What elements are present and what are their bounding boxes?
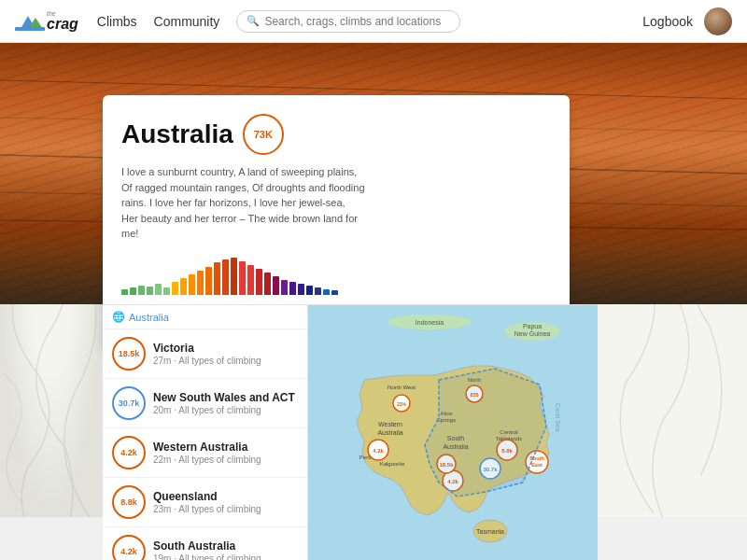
histogram-bar: [205, 267, 212, 295]
svg-text:Coral Sea: Coral Sea: [555, 402, 561, 431]
area-meta: 22m · All types of climbing: [153, 455, 298, 465]
area-count-circle: 30.7k: [112, 386, 146, 420]
area-list-item[interactable]: 30.7kNew South Wales and ACT20m · All ty…: [103, 379, 307, 428]
country-title-row: Australia 73K: [121, 114, 551, 155]
svg-text:22%: 22%: [397, 401, 407, 407]
histogram-bar: [130, 287, 136, 295]
area-count-circle: 18.5k: [112, 337, 146, 371]
histogram-bar: [256, 269, 262, 295]
svg-rect-2: [15, 27, 45, 31]
navbar: the crag Climbs Community 🔍 Logbook: [0, 0, 747, 43]
svg-text:Australia: Australia: [377, 429, 402, 436]
area-name: New South Wales and ACT: [153, 391, 298, 404]
logbook-link[interactable]: Logbook: [642, 14, 693, 29]
histogram-bar: [180, 278, 187, 295]
search-icon: 🔍: [247, 15, 260, 27]
area-count-circle: 4.2k: [112, 535, 146, 560]
avatar[interactable]: [704, 7, 732, 35]
area-list-item[interactable]: 4.2kWestern Australia22m · All types of …: [103, 428, 307, 478]
nav-community[interactable]: Community: [154, 14, 220, 29]
area-meta: 20m · All types of climbing: [153, 405, 298, 415]
country-title: Australia: [121, 119, 233, 149]
histogram-bar: [121, 289, 128, 295]
area-count-circle: 8.8k: [112, 485, 146, 519]
globe-icon: 🌐: [112, 311, 125, 323]
search-input[interactable]: [264, 15, 450, 28]
svg-text:4.2k: 4.2k: [373, 448, 384, 454]
histogram-bar: [155, 284, 162, 295]
histogram-bar: [315, 287, 321, 295]
histogram-bar: [163, 287, 170, 295]
histogram-bar: [138, 286, 145, 295]
nav-climbs[interactable]: Climbs: [97, 14, 137, 29]
nav-right: Logbook: [642, 7, 732, 35]
svg-text:Tasmania: Tasmania: [476, 528, 504, 535]
svg-text:Papua: Papua: [523, 323, 542, 330]
svg-text:North West: North West: [388, 385, 416, 390]
histogram-bar: [298, 284, 304, 295]
histogram-bar: [214, 262, 220, 295]
histogram-bar: [197, 271, 204, 295]
grade-histogram: [121, 253, 551, 295]
histogram-bar: [273, 276, 279, 295]
breadcrumb: 🌐 Australia: [103, 305, 307, 329]
area-name: Queensland: [153, 490, 298, 503]
histogram-bar: [172, 282, 178, 295]
country-description: I love a sunburnt country, A land of swe…: [121, 164, 551, 242]
count-badge: 73K: [243, 114, 284, 155]
histogram-bar: [331, 290, 338, 295]
area-name: Western Australia: [153, 441, 298, 454]
area-meta: 27m · All types of climbing: [153, 356, 298, 366]
map-panel: Indonesia Papua New Guinea Western Austr…: [308, 304, 598, 560]
areas-list: 18.5kVictoria27m · All types of climbing…: [103, 329, 307, 560]
svg-text:Indonesia: Indonesia: [416, 319, 444, 326]
histogram-bar: [147, 287, 153, 295]
histogram-bar: [264, 273, 271, 295]
histogram-bar: [323, 289, 330, 295]
histogram-bar: [239, 261, 246, 295]
area-meta: 23m · All types of climbing: [153, 504, 298, 514]
svg-text:East: East: [531, 462, 543, 468]
histogram-bar: [289, 282, 296, 295]
histogram-bar: [306, 286, 313, 295]
logo[interactable]: the crag: [15, 10, 78, 33]
breadcrumb-text[interactable]: Australia: [129, 312, 169, 323]
logo-wordmark: crag: [47, 17, 78, 32]
histogram-bar: [189, 274, 195, 295]
area-name: South Australia: [153, 539, 298, 553]
svg-text:Western: Western: [378, 421, 402, 427]
area-name: Victoria: [153, 342, 298, 355]
areas-panel: 🌐 Australia 18.5kVictoria27m · All types…: [103, 304, 308, 560]
histogram-bar: [247, 265, 254, 295]
svg-text:Kalgoorlie: Kalgoorlie: [380, 461, 405, 467]
area-list-item[interactable]: 4.2kSouth Australia19m · All types of cl…: [103, 527, 307, 560]
search-box[interactable]: 🔍: [236, 10, 460, 33]
histogram-bar: [231, 258, 237, 295]
area-list-item[interactable]: 18.5kVictoria27m · All types of climbing: [103, 329, 307, 379]
svg-text:New Guinea: New Guinea: [514, 330, 551, 337]
histogram-bar: [222, 259, 229, 295]
area-meta: 19m · All types of climbing: [153, 553, 298, 560]
area-count-circle: 4.2k: [112, 436, 146, 469]
area-list-item[interactable]: 8.8kQueensland23m · All types of climbin…: [103, 478, 307, 527]
histogram-bar: [281, 280, 288, 295]
